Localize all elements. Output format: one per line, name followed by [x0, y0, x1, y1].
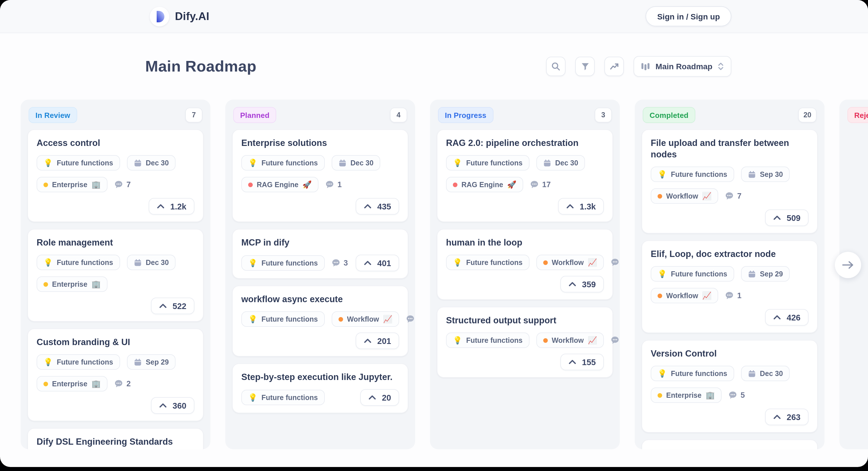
category-emoji: 📈	[702, 292, 711, 299]
upvote-button[interactable]: 201	[356, 332, 399, 349]
feature-tag: 💡Future functions	[241, 155, 325, 171]
category-tag: Enterprise🏢	[37, 177, 107, 192]
sign-in-button[interactable]: Sign in / Sign up	[646, 6, 731, 26]
upvote-button[interactable]: 401	[356, 255, 399, 271]
card-title: workflow async execute	[241, 294, 399, 305]
card-title: RAG 2.0: pipeline orchestration	[446, 137, 604, 149]
card-title: Step-by-step execution like Jupyter.	[241, 372, 399, 383]
column-count-badge: 20	[798, 108, 816, 122]
upvote-button[interactable]: 522	[151, 298, 194, 314]
category-emoji: 🏢	[92, 281, 101, 288]
tag-row: Workflow📈 1	[651, 288, 809, 303]
brand[interactable]: Dify.AI	[150, 7, 209, 26]
card[interactable]: Enterprise solutions 💡Future functions D…	[232, 129, 408, 222]
kanban-map-icon	[641, 62, 650, 71]
due-date-tag: Sep 29	[127, 354, 176, 370]
vote-row: 155	[446, 354, 604, 370]
category-dot	[248, 182, 253, 187]
filter-icon	[581, 62, 590, 71]
chevron-up-icon	[364, 204, 372, 209]
card[interactable]: Access control 💡Future functions Dec 30 …	[27, 129, 204, 222]
upvote-button[interactable]: 509	[765, 209, 809, 226]
tag-row: 💡Future functions Dec 30	[241, 155, 399, 171]
card[interactable]: MCP in dify 💡Future functions 3 401	[232, 229, 408, 279]
comment-icon	[611, 258, 619, 267]
upvote-button[interactable]: 359	[560, 276, 604, 292]
category-tag: Workflow📈	[651, 188, 718, 204]
card[interactable]: File upload and transfer between nodes 💡…	[642, 129, 818, 234]
upvote-button[interactable]: 360	[151, 397, 194, 414]
chevron-up-icon	[568, 282, 577, 287]
card[interactable]: Dify DSL Engineering Standards 💡Future f…	[27, 428, 204, 449]
upvote-button[interactable]: 1.3k	[558, 198, 604, 215]
chevron-up-icon	[159, 403, 167, 408]
category-dot	[658, 293, 662, 298]
calendar-icon	[543, 159, 551, 167]
comment-icon	[611, 336, 619, 345]
status-badge: Completed	[643, 107, 695, 123]
trending-button[interactable]	[605, 57, 624, 76]
vote-row: 1.2k	[37, 198, 194, 215]
search-button[interactable]	[546, 57, 566, 76]
view-selector[interactable]: Main Roadmap	[634, 56, 731, 77]
category-emoji: 📈	[588, 259, 597, 266]
calendar-icon	[748, 170, 756, 178]
column-count-badge: 7	[185, 108, 203, 122]
card[interactable]: Custom branding & UI 💡Future functions S…	[27, 328, 204, 421]
card[interactable]: Elif, Loop, doc extractor node 💡Future f…	[642, 240, 818, 333]
upvote-button[interactable]: 1.2k	[149, 198, 194, 215]
feature-tag: 💡Future functions	[241, 255, 325, 271]
feature-tag: 💡Future functions	[37, 155, 120, 171]
scroll-right-button[interactable]	[835, 252, 861, 278]
card-title: Dify DSL Engineering Standards	[37, 436, 194, 447]
bulb-icon: 💡	[658, 370, 667, 377]
category-tag: RAG Engine🚀	[446, 177, 523, 192]
dify-logo-icon	[150, 7, 169, 26]
comment-icon	[725, 192, 734, 200]
vote-row: 426	[651, 309, 809, 326]
category-emoji: 🚀	[303, 181, 312, 188]
comment-icon	[725, 291, 734, 300]
card[interactable]: Structured output support 💡Future functi…	[437, 307, 613, 378]
card[interactable]: workflow async execute 💡Future functions…	[232, 286, 408, 357]
feature-tag: 💡Future functions	[446, 332, 529, 348]
category-emoji: 📈	[588, 336, 597, 344]
upvote-button[interactable]: 263	[765, 409, 809, 425]
filter-button[interactable]	[576, 57, 595, 76]
bulb-icon: 💡	[43, 259, 53, 266]
upvote-button[interactable]: 20	[360, 389, 399, 406]
card-title: Parallel Excution	[651, 447, 809, 449]
card-title: human in the loop	[446, 237, 604, 248]
card[interactable]: Step-by-step execution like Jupyter. 💡Fu…	[232, 363, 408, 413]
card[interactable]: Parallel Excution 💡Future functions Sep …	[642, 440, 818, 449]
chevron-up-icon	[566, 204, 574, 209]
card[interactable]: Version Control 💡Future functions Dec 30…	[642, 340, 818, 433]
bulb-icon: 💡	[453, 159, 462, 167]
bulb-icon: 💡	[658, 171, 667, 178]
vote-row: 522	[37, 298, 194, 314]
upvote-button[interactable]: 435	[356, 198, 399, 215]
upvote-button[interactable]: 426	[765, 309, 809, 326]
upvote-button[interactable]: 155	[560, 354, 604, 370]
tag-row: 💡Future functions Dec 30	[446, 155, 604, 171]
category-tag: Enterprise🏢	[37, 276, 107, 292]
search-icon	[552, 62, 561, 71]
tag-row: Enterprise🏢 5	[651, 387, 809, 403]
arrow-right-icon	[842, 260, 854, 269]
brand-name: Dify.AI	[175, 10, 209, 23]
chevron-up-icon	[364, 338, 372, 343]
status-badge: Planned	[233, 107, 276, 123]
calendar-icon	[134, 358, 142, 366]
card-title: File upload and transfer between nodes	[651, 137, 809, 160]
status-badge: In Review	[29, 107, 77, 123]
category-dot	[543, 338, 548, 343]
card[interactable]: Role management 💡Future functions Dec 30…	[27, 229, 204, 322]
card[interactable]: human in the loop 💡Future functions Work…	[437, 229, 613, 300]
column-count-badge: 3	[595, 108, 612, 122]
column-header: Completed 20	[642, 107, 818, 129]
card-title: Structured output support	[446, 315, 604, 326]
comment-icon	[114, 180, 123, 189]
chevron-up-icon	[157, 204, 165, 209]
card[interactable]: RAG 2.0: pipeline orchestration 💡Future …	[437, 129, 613, 222]
category-emoji: 🚀	[507, 181, 516, 188]
